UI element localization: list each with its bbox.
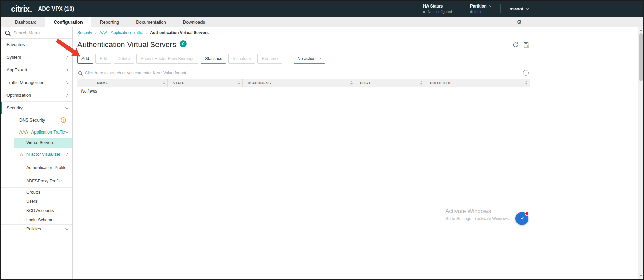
column-header-protocol[interactable]: PROTOCOL — [425, 79, 530, 87]
sidebar-item-virtual-servers[interactable]: Virtual Servers — [1, 138, 72, 148]
tab-reporting[interactable]: Reporting — [91, 17, 128, 27]
sidebar-item-label: KCD Accounts — [26, 207, 68, 215]
ha-status-value: Not configured — [428, 10, 452, 14]
sort-icon[interactable] — [420, 81, 422, 85]
sidebar-item-authentication-profile[interactable]: Authentication Profile — [1, 161, 72, 174]
search-filter-bar[interactable]: i — [77, 67, 530, 79]
sidebar-item-users[interactable]: Users — [1, 197, 72, 206]
sort-icon[interactable] — [163, 81, 165, 85]
breadcrumb-aaa-application-traffic[interactable]: AAA - Application Traffic — [99, 30, 143, 35]
info-icon[interactable]: i — [523, 70, 529, 76]
sidebar-item-label: nFactor Visualizer — [26, 151, 66, 158]
sort-icon[interactable] — [238, 81, 240, 85]
key-value-search-input[interactable] — [85, 71, 520, 75]
chevron-down-icon — [65, 106, 68, 109]
ha-status-block[interactable]: HA Status Not configured — [423, 4, 452, 14]
search-icon — [5, 31, 10, 35]
column-label: STATE — [173, 81, 184, 85]
sidebar-item-policies[interactable]: Policies — [1, 225, 72, 234]
sidebar-item-label: System — [6, 53, 66, 61]
breadcrumb: Security AAA - Application Traffic Authe… — [77, 27, 530, 35]
sidebar-item-nfactor-visualizer[interactable]: ☆ nFactor Visualizer — [1, 148, 72, 161]
sidebar-item-adfsproxy-profile[interactable]: ADFSProxy Profile — [1, 174, 72, 188]
tab-documentation[interactable]: Documentation — [128, 17, 174, 27]
chevron-down-icon — [65, 43, 68, 45]
column-header-ip-address[interactable]: IP ADDRESS — [243, 79, 355, 87]
tab-downloads[interactable]: Downloads — [175, 17, 213, 27]
sidebar-item-appexpert[interactable]: AppExpert — [1, 64, 72, 76]
user-menu[interactable]: nsroot — [510, 6, 528, 11]
main-content: Security AAA - Application Traffic Authe… — [73, 27, 638, 279]
brand-text: citrix — [11, 5, 29, 13]
ha-status-dot-icon — [423, 11, 425, 13]
select-column-header[interactable] — [77, 79, 92, 87]
chevron-right-icon — [65, 153, 68, 156]
save-config-icon[interactable] — [523, 42, 530, 48]
chevron-down-icon — [318, 57, 321, 59]
add-button[interactable]: Add — [77, 54, 93, 64]
sidebar-item-label: Users — [26, 198, 68, 206]
visualizer-button[interactable]: Visualizer — [228, 54, 255, 64]
sidebar-item-label: Login Schema — [26, 216, 68, 224]
no-action-label: No action — [298, 56, 316, 61]
column-label: PORT — [360, 81, 371, 85]
edge-compass-button[interactable] — [515, 212, 528, 225]
sidebar-item-security[interactable]: Security — [1, 102, 72, 114]
settings-gear-icon[interactable]: ⚙ — [516, 19, 522, 26]
sidebar-search-input[interactable] — [13, 30, 58, 36]
vertical-scrollbar[interactable] — [638, 27, 643, 279]
rename-button[interactable]: Rename — [257, 54, 282, 64]
top-header: citrix ADC VPX (10) HA Status Not config… — [1, 1, 643, 17]
sort-icon[interactable] — [525, 81, 527, 85]
column-label: NAME — [97, 81, 108, 85]
sidebar-item-dns-security[interactable]: DNS Security ! — [1, 114, 72, 126]
sidebar: Favorites System AppExpert Traffic Manag… — [1, 27, 73, 279]
search-icon — [78, 71, 82, 75]
app-title: ADC VPX (10) — [38, 6, 74, 12]
sidebar-item-favorites[interactable]: Favorites — [1, 39, 72, 51]
partition-label: Partition — [470, 4, 487, 9]
sidebar-item-aaa-application-traffic[interactable]: AAA - Application Traffic — [1, 126, 72, 138]
column-header-state[interactable]: STATE — [168, 79, 243, 87]
app-window: citrix ADC VPX (10) HA Status Not config… — [0, 0, 644, 280]
statistics-button[interactable]: Statistics — [201, 54, 226, 64]
sidebar-item-label: AppExpert — [6, 66, 66, 74]
ha-status-label: HA Status — [423, 4, 452, 9]
scrollbar-thumb[interactable] — [639, 33, 643, 81]
sidebar-item-groups[interactable]: Groups — [1, 188, 72, 197]
sidebar-item-optimization[interactable]: Optimization — [1, 89, 72, 102]
toolbar: Add Edit Delete Show nFactor Flow Bindin… — [77, 54, 530, 67]
column-header-port[interactable]: PORT — [355, 79, 425, 87]
tab-configuration[interactable]: Configuration — [45, 17, 91, 27]
chevron-right-icon — [94, 32, 97, 34]
edit-button[interactable]: Edit — [95, 54, 111, 64]
sidebar-item-system[interactable]: System — [1, 51, 72, 64]
watermark-line2: Go to Settings to activate Windows. — [445, 216, 510, 221]
citrix-logo: citrix — [11, 5, 32, 13]
sidebar-item-traffic-management[interactable]: Traffic Management — [1, 76, 72, 89]
sidebar-item-label: Authentication Profile — [26, 164, 68, 172]
refresh-icon[interactable] — [512, 42, 519, 48]
sort-icon[interactable] — [350, 81, 353, 85]
sidebar-item-kcd-accounts[interactable]: KCD Accounts — [1, 206, 72, 215]
scroll-up-icon[interactable] — [640, 29, 642, 31]
delete-button[interactable]: Delete — [114, 54, 134, 64]
sidebar-item-label: Favorites — [6, 41, 66, 48]
chevron-down-icon — [526, 7, 529, 10]
tab-dashboard[interactable]: Dashboard — [6, 17, 45, 27]
sidebar-search[interactable] — [1, 27, 72, 39]
main-tabbar: Dashboard Configuration Reporting Docume… — [1, 17, 643, 27]
scroll-down-icon[interactable] — [640, 275, 642, 277]
count-badge: 0 — [180, 40, 187, 47]
username: nsroot — [510, 6, 523, 11]
sidebar-item-label: Traffic Management — [6, 79, 66, 86]
partition-menu[interactable]: Partition default — [470, 4, 492, 14]
column-header-name[interactable]: NAME — [92, 79, 168, 87]
breadcrumb-current: Authentication Virtual Servers — [150, 30, 209, 35]
sidebar-item-login-schema[interactable]: Login Schema — [1, 215, 72, 225]
breadcrumb-security[interactable]: Security — [77, 30, 92, 35]
watermark-line1: Activate Windows — [445, 208, 510, 215]
no-action-dropdown[interactable]: No action — [294, 54, 325, 64]
show-nfactor-flow-bindings-button[interactable]: Show nFactor Flow Bindings — [136, 54, 198, 64]
sidebar-item-label: AAA - Application Traffic — [19, 128, 66, 136]
